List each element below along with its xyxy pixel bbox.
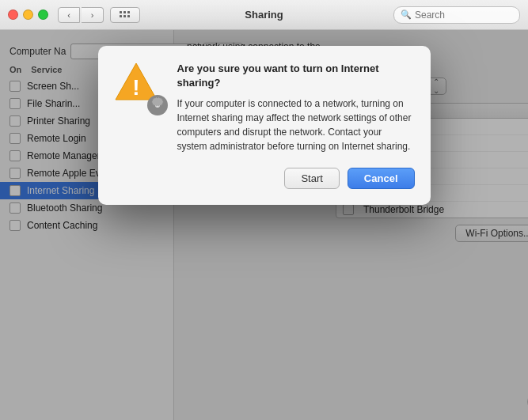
warning-triangle-icon: ! [114,62,158,101]
titlebar: ‹ › Sharing 🔍 [0,0,528,30]
forward-button[interactable]: › [82,7,104,23]
modal-icon: ! [114,62,165,112]
modal-dialog: ! Are you sure you want to turn on Inter… [98,46,431,205]
gear-overlay-icon [147,95,168,115]
svg-text:!: ! [132,75,139,100]
grid-button[interactable] [110,7,140,23]
modal-title: Are you sure you want to turn on Interne… [177,62,415,90]
search-icon: 🔍 [401,9,412,20]
cancel-button[interactable]: Cancel [348,168,415,189]
start-button[interactable]: Start [284,168,339,189]
grid-icon [120,11,131,18]
window-title: Sharing [245,9,283,21]
back-button[interactable]: ‹ [58,7,80,23]
modal-overlay: ! Are you sure you want to turn on Inter… [0,30,528,420]
nav-buttons: ‹ › [58,7,104,23]
search-box[interactable]: 🔍 [393,6,520,24]
modal-body: If your computer is connected to a netwo… [177,96,415,153]
minimize-button[interactable] [23,9,33,20]
modal-content: ! Are you sure you want to turn on Inter… [114,62,415,153]
close-button[interactable] [8,9,18,20]
search-input[interactable] [415,9,513,21]
modal-buttons: Start Cancel [114,168,415,189]
traffic-lights [8,9,48,20]
modal-text: Are you sure you want to turn on Interne… [177,62,415,153]
maximize-button[interactable] [38,9,48,20]
